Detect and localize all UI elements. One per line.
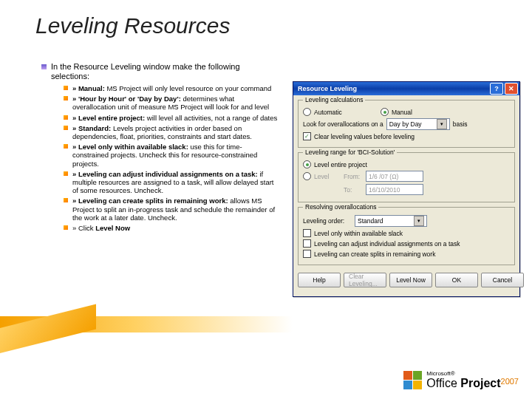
group-calculations: Leveling calculations Automatic Manual L… — [298, 100, 515, 148]
bullet-icon — [64, 144, 68, 149]
label-entire: Level entire project — [314, 161, 367, 168]
radio-entire[interactable] — [303, 160, 311, 168]
group-legend: Leveling calculations — [303, 96, 365, 103]
bullet-icon — [41, 64, 47, 69]
radio-manual[interactable] — [381, 108, 389, 116]
slide-title: Leveling Resources — [35, 13, 230, 38]
bullet-icon — [64, 126, 68, 130]
chevron-down-icon: ▾ — [437, 119, 447, 129]
logo-project: Project — [460, 377, 500, 389]
list-item: » Manual: MS Project will only level res… — [64, 84, 278, 92]
input-to-date[interactable]: 16/10/2010 — [366, 184, 423, 195]
dropdown-order-value: Standard — [358, 217, 383, 225]
list-item: » Leveling can create splits in remainin… — [64, 197, 278, 222]
list-item: » Level only within available slack: use… — [64, 143, 278, 168]
checkbox-slack[interactable] — [303, 229, 311, 237]
input-from-date[interactable]: 1/6 /07 (Ω) — [366, 171, 423, 182]
label-level: Level — [314, 173, 344, 180]
dialog-title: Resource Leveling — [298, 85, 357, 92]
radio-level-range[interactable] — [303, 172, 311, 180]
list-item-text: » Level entire project: will level all a… — [72, 114, 278, 122]
radio-automatic[interactable] — [303, 108, 311, 116]
label-slack: Level only within available slack — [314, 230, 403, 237]
bullet-icon — [64, 86, 68, 90]
label-splits: Leveling can create splits in remaining … — [314, 250, 435, 258]
cancel-button[interactable]: Cancel — [481, 273, 524, 287]
group-range: Leveling range for 'BCI-Solution' Level … — [298, 152, 515, 202]
bullet-icon — [64, 198, 68, 202]
list-item: » 'Hour by Hour' or 'Day by Day': determ… — [64, 95, 278, 111]
group-resolving: Resolving overallocations Leveling order… — [298, 207, 515, 265]
office-logo-icon — [403, 371, 422, 389]
list-item-text: » Click Level Now — [72, 224, 278, 232]
checkbox-clear[interactable] — [303, 132, 311, 140]
label-clear: Clear leveling values before leveling — [314, 133, 415, 140]
dialog-titlebar: Resource Leveling ? ✕ — [293, 82, 519, 95]
chevron-down-icon: ▾ — [414, 216, 424, 226]
dialog-button-row: Help Clear Leveling... Level Now OK Canc… — [293, 270, 519, 292]
bullet-icon — [64, 115, 68, 120]
dropdown-order[interactable]: Standard ▾ — [355, 215, 427, 227]
logo-microsoft: Microsoft® — [426, 370, 519, 377]
intro-text: In the Resource Leveling window make the… — [51, 62, 278, 81]
label-automatic: Automatic — [314, 109, 381, 116]
close-icon[interactable]: ✕ — [505, 83, 518, 95]
dropdown-basis[interactable]: Day by Day ▾ — [386, 118, 450, 130]
list-item-text: » Standard: Levels project activities in… — [72, 124, 278, 140]
label-adjust: Leveling can adjust individual assignmen… — [314, 240, 460, 248]
group-legend: Leveling range for 'BCI-Solution' — [303, 149, 397, 156]
label-order: Leveling order: — [303, 217, 355, 225]
list-item-text: » Level only within available slack: use… — [72, 143, 278, 168]
bullet-icon — [64, 96, 68, 100]
label-manual: Manual — [392, 109, 412, 116]
office-project-logo: Microsoft® Office Project2007 — [403, 370, 519, 390]
list-item-text: » Manual: MS Project will only level res… — [72, 84, 278, 92]
level-now-button[interactable]: Level Now — [389, 273, 432, 287]
list-item-text: » 'Hour by Hour' or 'Day by Day': determ… — [72, 95, 278, 111]
label-from: From: — [344, 173, 366, 180]
clear-leveling-button[interactable]: Clear Leveling... — [344, 273, 386, 287]
label-to: To: — [344, 186, 366, 194]
list-item: » Standard: Levels project activities in… — [64, 124, 278, 140]
body-text: In the Resource Leveling window make the… — [41, 62, 278, 234]
bullet-icon — [64, 225, 68, 230]
bullet-icon — [64, 171, 68, 176]
list-item-text: » Leveling can create splits in remainin… — [72, 197, 278, 222]
checkbox-splits[interactable] — [303, 250, 311, 258]
list-item: » Click Level Now — [64, 224, 278, 232]
help-icon[interactable]: ? — [490, 83, 503, 95]
resource-leveling-dialog: Resource Leveling ? ✕ Leveling calculati… — [293, 81, 520, 297]
logo-year: 2007 — [501, 377, 519, 386]
list-item-text: » Leveling can adjust individual assignm… — [72, 170, 278, 195]
footer-diagonal — [0, 304, 96, 353]
list-item: » Leveling can adjust individual assignm… — [64, 170, 278, 195]
group-legend: Resolving overallocations — [303, 203, 378, 211]
list-item: » Level entire project: will level all a… — [64, 114, 278, 122]
checkbox-adjust[interactable] — [303, 239, 311, 248]
label-basis: basis — [453, 120, 468, 128]
help-button[interactable]: Help — [298, 273, 341, 287]
logo-office: Office — [426, 377, 460, 389]
label-lookfor: Look for overallocations on a — [303, 120, 383, 128]
ok-button[interactable]: OK — [435, 273, 478, 287]
dropdown-basis-value: Day by Day — [389, 120, 422, 128]
